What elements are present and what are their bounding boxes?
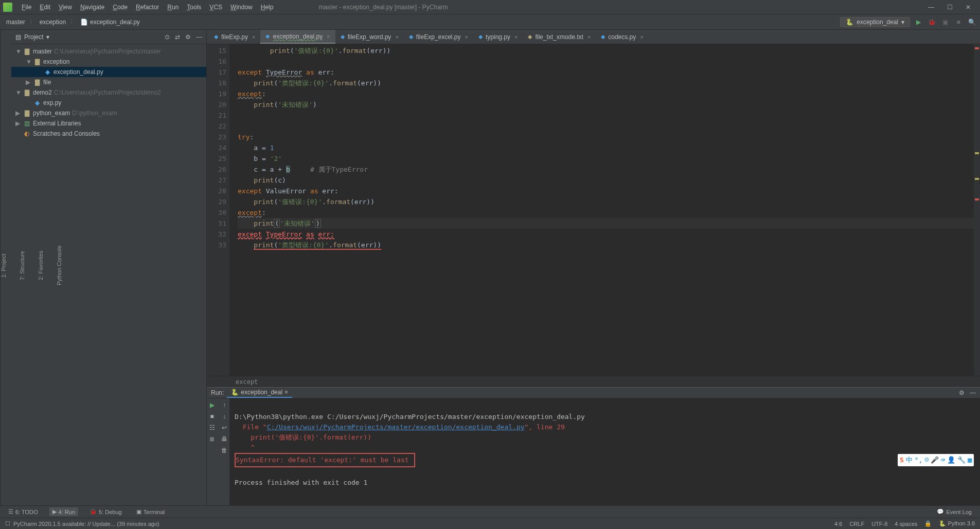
editor-tab[interactable]: ◆file_txt_xmode.txt× [523,30,596,44]
tree-arrow-icon[interactable]: ▼ [15,48,23,55]
menu-file[interactable]: File [17,2,35,13]
menu-navigate[interactable]: Navigate [76,2,109,13]
rerun-button[interactable]: ▶ [207,402,217,409]
project-view-selector[interactable]: ▤ Project ▾ [15,33,165,41]
line-number[interactable]: 22 [207,121,226,132]
editor-tab[interactable]: ◆fileExp.py× [209,30,260,44]
code-line[interactable]: except TypeError as err: [238,67,974,78]
code-line[interactable]: except ValueError as err: [238,186,974,196]
line-number[interactable]: 33 [207,240,226,250]
ime-menu-icon[interactable]: ▦ [968,455,972,465]
code-line[interactable]: print('类型错误:{0}'.format(err)) [238,78,974,88]
line-number[interactable]: 31 [207,218,226,229]
ime-keyboard-icon[interactable]: ⌨ [941,455,945,465]
menu-refactor[interactable]: Refactor [132,2,163,13]
close-icon[interactable]: × [284,389,288,396]
line-number[interactable]: 30 [207,207,226,218]
tree-node[interactable]: ◆exception_deal.py [11,67,206,77]
stop-button[interactable]: ■ [953,17,964,27]
print-button[interactable]: 🖶 [220,435,229,443]
code-line[interactable]: print('未知错误') [238,99,974,110]
menu-vcs[interactable]: VCS [205,2,226,13]
tree-node[interactable]: ◐Scratches and Consoles [11,129,206,139]
collapse-all-button[interactable]: ⇄ [175,33,180,41]
editor-breadcrumb[interactable]: except [207,376,980,387]
line-number[interactable]: 26 [207,164,226,175]
code-editor[interactable]: 15161718192021222324252627282930313233 p… [207,44,980,376]
layout-button[interactable]: ☷ [207,424,217,431]
todo-tool-button[interactable]: ☰ 6: TODO [5,507,41,516]
warning-marker[interactable] [975,178,979,180]
readonly-toggle[interactable]: 🔒 [924,520,932,527]
cursor-position[interactable]: 4:6 [834,521,842,527]
line-number[interactable]: 27 [207,175,226,186]
close-icon[interactable]: × [252,34,255,40]
breadcrumb-item[interactable]: except [236,378,258,386]
menu-tools[interactable]: Tools [183,2,205,13]
ime-emoji-icon[interactable]: ☺ [925,455,929,465]
close-button[interactable]: ✕ [964,4,973,11]
ime-voice-icon[interactable]: 🎤 [931,455,939,465]
search-everywhere-button[interactable]: 🔍 [967,17,977,27]
code-line[interactable]: a = 1 [238,142,974,153]
line-number[interactable]: 16 [207,56,226,67]
code-line[interactable]: b = '2' [238,153,974,164]
menu-help[interactable]: Help [257,2,278,13]
code-line[interactable]: print('值错误:{0}'.format(err)) [238,196,974,207]
line-number[interactable]: 18 [207,78,226,88]
editor-tab[interactable]: ◆codecs.py× [596,30,648,44]
code-line[interactable] [238,121,974,132]
minimize-button[interactable]: — [926,4,936,11]
soft-wrap-button[interactable]: ↩ [220,424,229,431]
clear-button[interactable]: 🗑 [220,447,229,454]
locate-file-button[interactable]: ⊙ [165,33,170,41]
notifications-icon[interactable]: ☐ [5,520,10,527]
tree-arrow-icon[interactable]: ▶ [15,110,23,117]
editor-tab[interactable]: ◆fileExp_word.py× [335,30,404,44]
tree-arrow-icon[interactable]: ▼ [15,89,23,96]
tree-node[interactable]: ▼▇master C:\Users\wuxj\PycharmProjects\m… [11,46,206,57]
menu-code[interactable]: Code [109,2,132,13]
favorites-tool-button[interactable]: 2: Favorites [38,248,44,283]
tree-node[interactable]: ▼▇exception [11,57,206,67]
editor-tab[interactable]: ◆typing.py× [473,30,523,44]
run-tool-button[interactable]: ▶ 4: Run [49,507,78,516]
tree-node[interactable]: ▼▇demo2 C:\Users\wuxj\PycharmProjects\de… [11,87,206,98]
close-icon[interactable]: × [395,34,398,40]
close-icon[interactable]: × [465,34,468,40]
close-icon[interactable]: × [640,34,643,40]
run-button[interactable]: ▶ [913,17,923,27]
code-line[interactable]: except: [238,207,974,218]
editor-tab[interactable]: ◆fileExp_excel.py× [404,30,473,44]
hide-panel-button[interactable]: — [970,389,976,396]
menu-run[interactable]: Run [163,2,183,13]
error-marker[interactable] [975,198,979,200]
file-link[interactable]: C:/Users/wuxj/PycharmProjects/master/exc… [267,423,525,431]
maximize-button[interactable]: ☐ [945,4,954,11]
menu-view[interactable]: View [55,2,76,13]
settings-icon[interactable]: ⚙ [185,33,191,41]
line-number[interactable]: 15 [207,45,226,56]
line-number[interactable]: 21 [207,110,226,121]
code-line[interactable] [238,56,974,67]
code-line[interactable]: try: [238,132,974,142]
run-config-selector[interactable]: 🐍 exception_deal ▾ [840,17,910,27]
code-line[interactable]: except TypeError as err: [238,229,974,240]
indent-setting[interactable]: 4 spaces [895,521,917,527]
ime-user-icon[interactable]: 👤 [947,455,955,465]
tree-arrow-icon[interactable]: ▶ [15,120,23,127]
error-marker[interactable] [975,47,979,49]
code-line[interactable]: print('值错误:{0}'.format(err)) [238,45,974,56]
tree-arrow-icon[interactable]: ▶ [26,79,33,86]
editor-tab[interactable]: ◆exception_deal.py× [260,30,335,44]
line-number[interactable]: 17 [207,67,226,78]
close-icon[interactable]: × [514,34,518,40]
settings-icon[interactable]: ⚙ [959,389,965,396]
up-stack-button[interactable]: ↑ [220,402,229,409]
tree-node[interactable]: ◆exp.py [11,98,206,108]
line-number[interactable]: 29 [207,196,226,207]
filter-button[interactable]: ≣ [207,435,217,443]
breadcrumb-item[interactable]: exception [37,17,69,27]
ime-toolbar[interactable]: S 中 °, ☺ 🎤 ⌨ 👤 🔧 ▦ [898,454,974,466]
line-number[interactable]: 32 [207,229,226,240]
